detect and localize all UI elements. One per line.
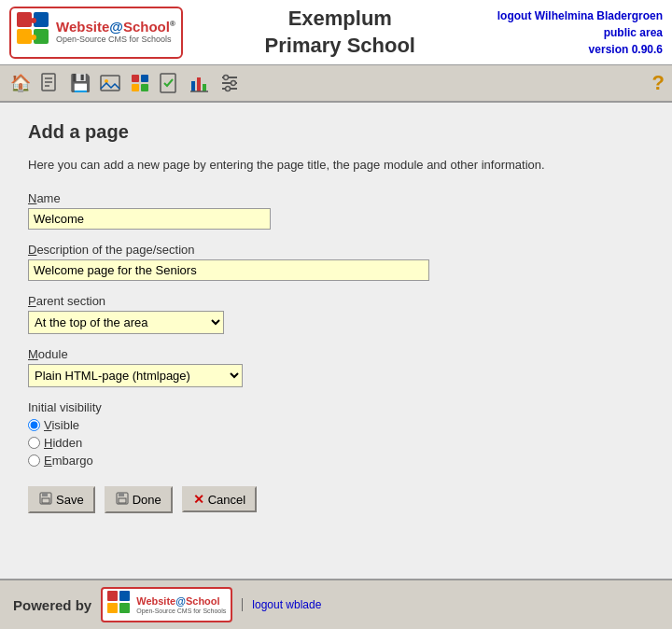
svg-point-19 [231,81,236,86]
svg-rect-25 [119,493,124,496]
parent-select[interactable]: At the top of the area [28,311,224,334]
description-label: Description of the page/section [28,243,644,257]
site-title: Exemplum Primary School [183,6,497,59]
toolbar: 🏠 💾 ? [0,65,672,103]
toolbar-icons: 🏠 💾 [7,70,243,96]
name-group: Name [28,191,644,230]
name-input[interactable] [28,208,271,230]
radio-visible-label: Visible [44,418,79,432]
radio-hidden-label: Hidden [44,436,82,450]
svg-rect-9 [141,84,148,91]
radio-visible-input[interactable] [28,419,40,431]
svg-rect-26 [119,498,126,503]
done-button[interactable]: Done [105,486,173,513]
svg-rect-4 [101,76,119,91]
done-label: Done [133,493,161,507]
svg-rect-6 [132,75,139,82]
footer-logo: Website@School Open-Source CMS for Schoo… [101,587,232,622]
area-label: public area [497,24,663,41]
name-label: Name [28,191,644,205]
pages-icon[interactable] [37,70,63,96]
save-label: Save [56,493,84,507]
help-icon[interactable]: ? [652,71,665,95]
main-content: Add a page Here you can add a new page b… [0,103,672,579]
save-button[interactable]: Save [28,486,95,513]
radio-visible: Visible [28,418,644,432]
logo-tagline: Open-Source CMS for Schools [56,35,175,45]
home-icon[interactable]: 🏠 [7,70,34,96]
header: Website@School® Open-Source CMS for Scho… [0,0,672,65]
footer-logout-link[interactable]: logout wblade [242,598,321,611]
page-title: Add a page [28,121,644,143]
radio-embargo-input[interactable] [28,454,40,467]
save-icon [39,492,52,508]
visibility-group: Initial visibility Visible Hidden Embarg… [28,400,644,468]
module-select[interactable]: Plain HTML-page (htmlpage) [28,364,243,387]
radio-hidden: Hidden [28,436,644,450]
save-icon[interactable]: 💾 [67,70,93,96]
radio-embargo: Embargo [28,454,644,468]
visibility-label: Initial visibility [28,400,644,414]
module-icon[interactable] [127,70,153,96]
svg-rect-23 [42,498,49,503]
user-info[interactable]: logout Wilhelmina Bladergroen public are… [497,7,663,58]
parent-group: Parent section At the top of the area [28,294,644,334]
version-label: version 0.90.6 [497,41,663,58]
image-icon[interactable] [97,70,123,96]
svg-rect-12 [197,77,201,91]
settings-icon[interactable] [217,70,243,96]
description-input[interactable] [28,259,429,281]
svg-rect-13 [203,84,206,91]
cancel-label: Cancel [208,493,245,507]
svg-rect-11 [191,81,195,91]
cancel-button[interactable]: ✕ Cancel [182,486,257,512]
radio-hidden-input[interactable] [28,437,40,449]
done-icon [116,492,129,508]
radio-embargo-label: Embargo [44,454,93,468]
chart-icon[interactable] [187,70,213,96]
svg-point-20 [226,87,231,91]
cancel-icon: ✕ [193,492,204,507]
check-icon[interactable] [157,70,183,96]
button-row: Save Done ✕ Cancel [28,486,644,513]
svg-rect-8 [132,84,139,91]
logout-link[interactable]: logout Wilhelmina Bladergroen [497,7,663,24]
svg-point-18 [224,76,229,80]
svg-rect-7 [141,75,148,82]
form-description: Here you can add a new page by entering … [28,156,644,175]
logo-area: Website@School® Open-Source CMS for Scho… [9,7,183,59]
module-group: Module Plain HTML-page (htmlpage) [28,347,644,387]
parent-label: Parent section [28,294,644,308]
svg-rect-22 [42,493,48,496]
powered-by-text: Powered by [13,597,91,613]
svg-rect-10 [161,74,175,92]
module-label: Module [28,347,644,361]
footer: Powered by Website@School Open-Source CM… [0,579,672,629]
description-group: Description of the page/section [28,243,644,281]
